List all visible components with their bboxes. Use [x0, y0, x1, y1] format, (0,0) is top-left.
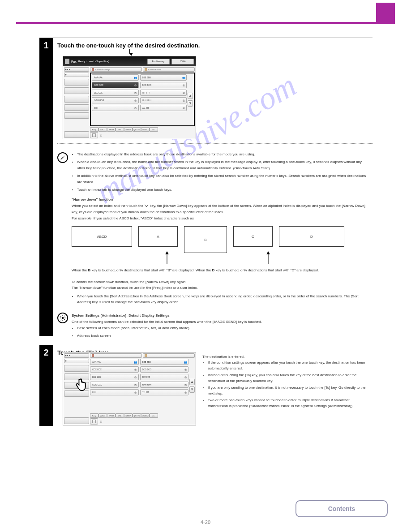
preview-icon [92, 133, 96, 137]
index-box-b: B [184, 226, 227, 253]
index-tab[interactable]: Freq. [90, 127, 98, 132]
preview-button[interactable] [90, 132, 98, 138]
panel-status-text: Ready to send. (Super Fine) [78, 60, 146, 63]
one-touch-key[interactable]: DDD DDD✆ [140, 82, 187, 88]
one-touch-key[interactable]: JJJ JJJ✆ [140, 105, 187, 111]
step-title-1: Touch the one-touch key of the desired d… [57, 42, 200, 49]
to-button[interactable] [64, 417, 89, 424]
one-touch-key[interactable]: GGG GGG✆ [90, 382, 139, 388]
memory-status: 100% [171, 59, 194, 64]
one-touch-key[interactable]: AAA AAA👥 [90, 359, 139, 365]
panel-header: Fax Ready to send. (Super Fine) Fax Memo… [63, 56, 196, 66]
tab-address-entry[interactable]: ▶ [64, 359, 89, 363]
tab-address-book[interactable]: ▶ ■ ▶ [64, 67, 89, 72]
one-touch-key[interactable]: DDD DDD✆ [140, 366, 189, 373]
one-touch-key[interactable]: CCC CCC✆ [90, 366, 139, 373]
dest-type-icon: ✆ [134, 91, 137, 94]
tab-address-entry[interactable]: ▶ [64, 73, 89, 77]
scroll-up-button[interactable]: ▲ [188, 93, 193, 99]
narrow-down-text-1: When you select an index and then touch … [72, 203, 370, 215]
scroll-up-button[interactable]: ▲ [189, 379, 195, 385]
quick-file-button[interactable] [64, 112, 89, 119]
narrow-down-diagram: ABCD A B C D When the B key is touched, … [72, 226, 370, 253]
index-tab[interactable]: QRSTU [133, 413, 141, 418]
dest-type-icon: 👥 [134, 76, 137, 79]
folder-icon [92, 354, 94, 357]
note-icon [57, 152, 68, 163]
scroll-down-button[interactable]: ▼ [188, 100, 193, 107]
one-touch-key[interactable]: GGG GGG✆ [92, 97, 139, 103]
one-touch-key[interactable]: JJJ JJJ✆ [140, 389, 189, 395]
review-icon [145, 68, 147, 71]
preview-button[interactable] [90, 418, 98, 425]
svg-rect-5 [62, 315, 63, 316]
index-tab[interactable]: MNOP [124, 413, 133, 418]
sub-address-button[interactable] [64, 365, 89, 372]
index-tab[interactable]: MNOP [124, 127, 133, 132]
svg-rect-8 [64, 317, 65, 318]
panel-title: Fax [71, 60, 77, 63]
index-tab[interactable]: QRSTU [133, 127, 141, 132]
svg-marker-1 [165, 251, 169, 254]
one-touch-key[interactable]: EEE EEE✆ [92, 90, 139, 96]
dest-type-icon: ✆ [134, 99, 137, 102]
file-button[interactable] [64, 104, 89, 111]
index-tab[interactable]: EFGH [107, 127, 116, 132]
index-tab[interactable]: VWXYZ [141, 413, 150, 418]
sub-address-button[interactable] [64, 79, 89, 86]
narrow-down-heading: "Narrow down" function [72, 197, 370, 203]
index-tab[interactable]: IJKL [116, 413, 124, 418]
narrow-down-after: When the B key is touched, only destinat… [72, 268, 370, 272]
scroll-down-button[interactable]: ▼ [189, 386, 195, 393]
section-divider [39, 345, 372, 345]
index-box-abcd: ABCD [72, 226, 132, 247]
condition-settings-button[interactable]: Condition Settings [90, 67, 142, 72]
step2-bullet: If you are only sending to one destinati… [208, 385, 370, 396]
one-touch-key[interactable]: HHH HHH✆ [140, 97, 187, 103]
tab-address-book[interactable]: ▶ ■ ▶ [64, 353, 89, 358]
dest-type-icon: ✆ [134, 107, 137, 110]
dest-type-icon: ✆ [184, 383, 187, 386]
one-touch-key[interactable]: III III✆ [92, 105, 139, 111]
index-tab[interactable]: VWXYZ [141, 127, 150, 132]
svg-point-4 [62, 317, 64, 319]
syssettings-body: One of the following screens can be sele… [72, 319, 370, 325]
up-arrow-icon [265, 251, 271, 265]
condition-settings-button[interactable] [90, 353, 142, 358]
index-tab[interactable]: Freq. [90, 413, 98, 418]
one-touch-key[interactable]: III III✆ [90, 389, 139, 395]
index-tab[interactable]: EFGH [107, 413, 116, 418]
address-review-button[interactable]: Address Review [143, 67, 195, 72]
resend-button[interactable] [64, 87, 89, 94]
dest-type-icon: ✆ [134, 383, 137, 386]
address-review-button[interactable] [143, 353, 195, 358]
to-button-sidebar[interactable] [64, 131, 89, 138]
index-tab[interactable]: IJKL [116, 127, 124, 132]
one-touch-key[interactable]: HHH HHH✆ [140, 382, 189, 388]
contents-link[interactable]: Contents [295, 500, 388, 517]
index-tab[interactable]: etc. [150, 127, 158, 132]
one-touch-key[interactable]: FFF FFF✆ [140, 90, 187, 96]
dest-type-icon: ✆ [182, 99, 185, 102]
one-touch-key[interactable]: FFF FFF✆ [140, 374, 189, 380]
index-tab[interactable]: ABCD [98, 413, 107, 418]
step2-bullet: If the condition settings screen appears… [208, 360, 370, 371]
sort-address-note: When you touch the [Sort Address] key in… [77, 293, 370, 305]
one-touch-key[interactable]: AAA AAA👥 [92, 74, 139, 81]
special-modes-button[interactable] [64, 96, 89, 103]
index-tab-strip: Freq. ABCD EFGH IJKL MNOP QRSTU VWXYZ et… [90, 127, 195, 132]
fax-mode-icon [65, 59, 69, 64]
dest-type-icon: ✆ [134, 376, 137, 379]
auto-reception-button[interactable]: Fax Memory: [147, 59, 170, 64]
dest-type-icon: ✆ [182, 107, 185, 110]
narrow-down-freq-note: The "Narrow down" function cannot be use… [72, 286, 370, 290]
step2-bullet: Two or more one-touch keys cannot be tou… [208, 397, 370, 409]
pointer-arrow-icon [129, 53, 133, 56]
index-tab[interactable]: etc. [150, 413, 158, 418]
one-touch-key[interactable]: BBB BBB👥 [140, 74, 187, 81]
one-touch-key-selected[interactable]: CCC CCC✆ [92, 82, 139, 88]
one-touch-key[interactable]: BBB BBB👥 [140, 359, 189, 365]
index-tab[interactable]: ABCD [98, 127, 107, 132]
one-touch-key[interactable]: EEE EEE✆ [90, 374, 139, 380]
dest-type-icon: 👥 [134, 360, 137, 364]
